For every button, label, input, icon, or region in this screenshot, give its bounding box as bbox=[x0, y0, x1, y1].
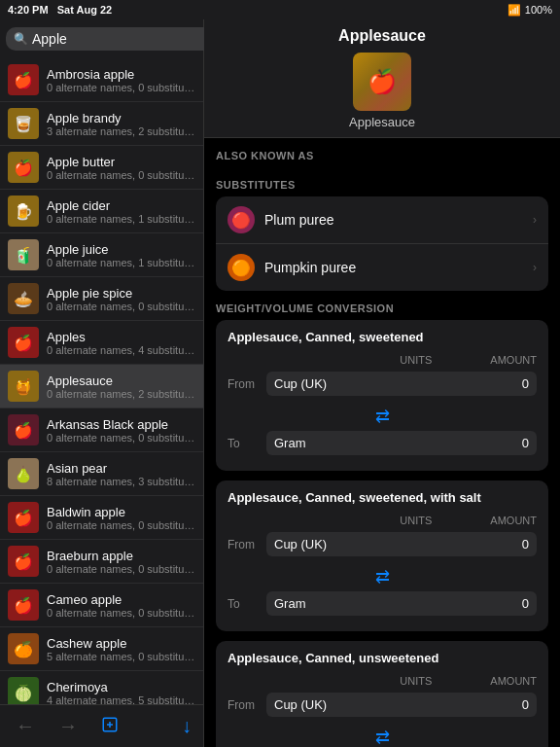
list-item[interactable]: 🧃 Apple juice 0 alternate names, 1 subst… bbox=[0, 233, 203, 277]
from-label-2: From bbox=[228, 538, 259, 551]
search-input[interactable] bbox=[32, 31, 202, 47]
swap-row-2: ⇄ bbox=[228, 562, 537, 591]
status-right: 📶 100% bbox=[508, 4, 552, 17]
conv-from-row-1: From Cup (UK) 0 bbox=[228, 372, 537, 396]
item-info: Baldwin apple 0 alternate names, 0 subst… bbox=[47, 505, 195, 531]
from-unit-field-1[interactable]: Cup (UK) 0 bbox=[266, 372, 537, 396]
item-thumbnail: 🥧 bbox=[8, 283, 39, 314]
swap-button-2[interactable]: ⇄ bbox=[375, 566, 390, 587]
item-info: Cashew apple 5 alternate names, 0 substi… bbox=[47, 636, 195, 662]
also-known-as-section: ALSO KNOWN AS bbox=[204, 150, 560, 167]
to-label-1: To bbox=[228, 437, 259, 450]
to-unit-field-2[interactable]: Gram 0 bbox=[266, 591, 537, 616]
item-info: Asian pear 8 alternate names, 3 substitu… bbox=[47, 461, 195, 487]
substitutes-title: SUBSTITUTES bbox=[216, 179, 548, 191]
item-meta: 0 alternate names, 1 substitution bbox=[47, 213, 195, 225]
from-unit-field-2[interactable]: Cup (UK) 0 bbox=[266, 532, 537, 556]
item-thumbnail: 🍺 bbox=[8, 196, 39, 227]
list-item[interactable]: 🍈 Cherimoya 4 alternate names, 5 substit… bbox=[0, 671, 203, 704]
search-icon: 🔍 bbox=[14, 32, 28, 46]
from-label-3: From bbox=[228, 698, 259, 712]
from-label-1: From bbox=[228, 377, 259, 391]
conversion-block-3: Applesauce, Canned, unsweetened Units Am… bbox=[216, 641, 548, 747]
from-unit-field-3[interactable]: Cup (UK) 0 bbox=[266, 693, 537, 717]
substitute-item-plum[interactable]: 🔴 Plum puree › bbox=[216, 196, 548, 244]
search-container: 🔍 ✕ bbox=[6, 27, 229, 51]
amount-label-2: Amount bbox=[490, 515, 537, 526]
substitute-item-pumpkin[interactable]: 🟠 Pumpkin puree › bbox=[216, 244, 548, 291]
from-unit-text-2: Cup (UK) bbox=[274, 537, 327, 551]
list-item[interactable]: 🥃 Apple brandy 3 alternate names, 2 subs… bbox=[0, 102, 203, 146]
item-info: Apple butter 0 alternate names, 0 substi… bbox=[47, 155, 195, 181]
battery-icon: 100% bbox=[525, 4, 552, 16]
list-item[interactable]: 🍎 Ambrosia apple 0 alternate names, 0 su… bbox=[0, 58, 203, 102]
substitute-name-plum: Plum puree bbox=[264, 212, 523, 228]
conv-to-row-1: To Gram 0 bbox=[228, 431, 537, 455]
list-item[interactable]: 🍎 Baldwin apple 0 alternate names, 0 sub… bbox=[0, 496, 203, 540]
list-item[interactable]: 🍯 Applesauce 0 alternate names, 2 substi… bbox=[0, 365, 203, 409]
item-name: Ambrosia apple bbox=[47, 67, 195, 82]
item-meta: 0 alternate names, 2 substitutions bbox=[47, 388, 195, 400]
item-meta: 0 alternate names, 0 substitutions bbox=[47, 82, 195, 93]
also-known-as-title: ALSO KNOWN AS bbox=[216, 150, 548, 161]
pumpkin-icon: 🟠 bbox=[228, 254, 255, 281]
item-name: Apple juice bbox=[47, 242, 195, 257]
list-item[interactable]: 🍎 Apples 0 alternate names, 4 substituti… bbox=[0, 321, 203, 365]
to-unit-field-1[interactable]: Gram 0 bbox=[266, 431, 537, 455]
item-info: Arkansas Black apple 0 alternate names, … bbox=[47, 417, 195, 444]
conv-from-row-3: From Cup (UK) 0 bbox=[228, 693, 537, 717]
list-item[interactable]: 🍎 Braeburn apple 0 alternate names, 0 su… bbox=[0, 540, 203, 584]
conversion-block-1: Applesauce, Canned, sweetened Units Amou… bbox=[216, 320, 548, 471]
detail-header: Applesauce 🍎 Applesauce bbox=[204, 19, 560, 138]
list-item[interactable]: 🍐 Asian pear 8 alternate names, 3 substi… bbox=[0, 452, 203, 496]
swap-button-3[interactable]: ⇄ bbox=[375, 727, 390, 747]
item-meta: 0 alternate names, 0 substitutions bbox=[47, 563, 195, 575]
conversion-section: WEIGHT/VOLUME CONVERSION Applesauce, Can… bbox=[204, 302, 560, 747]
units-label-2: Units bbox=[400, 515, 432, 526]
back-button[interactable]: ← bbox=[12, 711, 39, 741]
item-info: Applesauce 0 alternate names, 2 substitu… bbox=[47, 374, 195, 400]
item-meta: 8 alternate names, 3 substitutions bbox=[47, 476, 195, 487]
item-info: Cherimoya 4 alternate names, 5 substitut… bbox=[47, 680, 195, 705]
list-item[interactable]: 🍊 Cashew apple 5 alternate names, 0 subs… bbox=[0, 627, 203, 671]
item-info: Apple juice 0 alternate names, 1 substit… bbox=[47, 242, 195, 268]
right-panel[interactable]: Applesauce 🍎 Applesauce ALSO KNOWN AS SU… bbox=[204, 19, 560, 747]
toolbar-left: ← → bbox=[12, 711, 122, 741]
item-meta: 0 alternate names, 0 substitutions bbox=[47, 169, 195, 181]
conversion-block-3-title: Applesauce, Canned, unsweetened bbox=[228, 651, 537, 665]
item-meta: 0 alternate names, 1 substitution bbox=[47, 257, 195, 268]
item-info: Apple pie spice 0 alternate names, 0 sub… bbox=[47, 286, 195, 312]
share-button[interactable] bbox=[97, 711, 122, 741]
from-unit-text-1: Cup (UK) bbox=[274, 376, 327, 391]
item-meta: 0 alternate names, 0 substitutions bbox=[47, 607, 195, 619]
ingredient-list[interactable]: 🍎 Ambrosia apple 0 alternate names, 0 su… bbox=[0, 58, 203, 704]
list-item[interactable]: 🍎 Cameo apple 0 alternate names, 0 subst… bbox=[0, 584, 203, 627]
substitutes-list: 🔴 Plum puree › 🟠 Pumpkin puree › bbox=[216, 196, 548, 291]
units-label-3: Units bbox=[400, 675, 432, 687]
forward-button[interactable]: → bbox=[54, 711, 82, 741]
left-panel: 🔍 ✕ Cancel 🍎 Ambrosia apple 0 alternate … bbox=[0, 19, 204, 747]
list-item[interactable]: 🍎 Apple butter 0 alternate names, 0 subs… bbox=[0, 146, 203, 190]
item-info: Braeburn apple 0 alternate names, 0 subs… bbox=[47, 549, 195, 575]
item-name: Cherimoya bbox=[47, 680, 195, 694]
conversion-block-2-title: Applesauce, Canned, sweetened, with salt bbox=[228, 490, 537, 505]
item-name: Cashew apple bbox=[47, 636, 195, 651]
swap-button-1[interactable]: ⇄ bbox=[375, 406, 390, 427]
list-item[interactable]: 🥧 Apple pie spice 0 alternate names, 0 s… bbox=[0, 277, 203, 321]
from-amount-3: 0 bbox=[522, 697, 529, 712]
amount-label-3: Amount bbox=[490, 675, 537, 687]
list-item[interactable]: 🍎 Arkansas Black apple 0 alternate names… bbox=[0, 409, 203, 452]
scroll-down-button[interactable]: ↓ bbox=[182, 715, 192, 737]
list-item[interactable]: 🍺 Apple cider 0 alternate names, 1 subst… bbox=[0, 190, 203, 233]
swap-row-1: ⇄ bbox=[228, 402, 537, 431]
status-bar: 4:20 PM Sat Aug 22 📶 100% bbox=[0, 0, 560, 19]
chevron-right-icon: › bbox=[533, 213, 537, 227]
item-name: Arkansas Black apple bbox=[47, 417, 195, 432]
item-meta: 0 alternate names, 0 substitutions bbox=[47, 519, 195, 531]
conv-header-1: Units Amount bbox=[228, 354, 537, 366]
units-label: Units bbox=[400, 354, 432, 366]
item-thumbnail: 🍎 bbox=[8, 64, 39, 95]
conv-from-row-2: From Cup (UK) 0 bbox=[228, 532, 537, 556]
item-name: Apple cider bbox=[47, 198, 195, 213]
from-unit-text-3: Cup (UK) bbox=[274, 697, 327, 712]
